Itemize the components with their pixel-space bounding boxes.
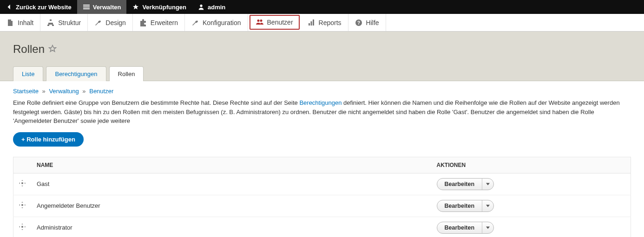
breadcrumb: Startseite » Verwaltung » Benutzer [13, 88, 631, 95]
bar-chart-icon [308, 19, 315, 26]
help-icon: ? [355, 19, 362, 26]
svg-text:?: ? [357, 20, 360, 26]
breadcrumb-admin[interactable]: Verwaltung [49, 88, 79, 95]
add-role-button[interactable]: + Rolle hinzufügen [13, 132, 84, 147]
shortcuts-button[interactable]: Verknüpfungen [126, 0, 192, 14]
dropdown-toggle[interactable] [482, 200, 493, 211]
table-row: Angemeldeter Benutzer Bearbeiten [13, 195, 631, 217]
shortcuts-label: Verknüpfungen [142, 4, 186, 11]
edit-dropbutton: Bearbeiten [437, 178, 494, 190]
menu-reports-label: Reports [319, 19, 342, 26]
manage-label: Verwalten [93, 4, 121, 11]
tab-permissions[interactable]: Berechtigungen [46, 66, 106, 81]
back-to-site-label: Zurück zur Website [16, 4, 72, 11]
table-row: Administrator Bearbeiten [13, 217, 631, 237]
menu-reports[interactable]: Reports [301, 14, 348, 31]
role-name: Gast [31, 173, 431, 195]
role-name: Angemeldeter Benutzer [31, 195, 431, 217]
col-name: NAME [31, 157, 431, 173]
top-toolbar: Zurück zur Website Verwalten Verknüpfung… [0, 0, 644, 14]
breadcrumb-sep: » [82, 88, 85, 95]
users-icon [256, 19, 263, 26]
page-title-text: Rollen [13, 43, 45, 56]
star-icon [132, 3, 139, 11]
table-row: Gast Bearbeiten [13, 173, 631, 195]
puzzle-icon [139, 19, 147, 26]
col-actions: AKTIONEN [431, 157, 631, 173]
page-title: Rollen [13, 43, 631, 56]
menu-config[interactable]: Konfiguration [185, 14, 248, 31]
drag-handle-icon[interactable] [13, 217, 32, 237]
tabs: Liste Berechtigungen Rollen [13, 66, 631, 81]
chevron-left-icon [6, 3, 13, 11]
tab-roles[interactable]: Rollen [109, 66, 144, 81]
edit-button[interactable]: Bearbeiten [437, 222, 483, 233]
edit-dropbutton: Bearbeiten [437, 222, 494, 234]
description: Eine Rolle definiert eine Gruppe von Ben… [13, 98, 631, 126]
admin-menu: Inhalt Struktur Design Erweitern Konfigu… [0, 14, 644, 32]
menu-users[interactable]: Benutzer [250, 15, 300, 30]
tab-list[interactable]: Liste [13, 66, 43, 81]
menu-help-label: Hilfe [366, 19, 379, 26]
page-header: Rollen Liste Berechtigungen Rollen [0, 32, 644, 81]
menu-users-label: Benutzer [267, 19, 293, 26]
role-name: Administrator [31, 217, 431, 237]
menu-design-label: Design [105, 19, 126, 26]
breadcrumb-users[interactable]: Benutzer [89, 88, 113, 95]
edit-button[interactable]: Bearbeiten [437, 179, 483, 190]
breadcrumb-sep: » [42, 88, 46, 95]
menu-design[interactable]: Design [88, 14, 133, 31]
sitemap-icon [47, 19, 54, 26]
menu-help[interactable]: ? Hilfe [348, 14, 386, 31]
menu-extend-label: Erweitern [151, 19, 178, 26]
user-menu-button[interactable]: admin [192, 0, 231, 14]
user-label: admin [208, 4, 225, 11]
menu-content-label: Inhalt [18, 19, 33, 26]
breadcrumb-home[interactable]: Startseite [13, 88, 39, 95]
drag-handle-icon[interactable] [13, 195, 32, 217]
edit-button[interactable]: Bearbeiten [437, 200, 483, 211]
content: Startseite » Verwaltung » Benutzer Eine … [0, 81, 644, 237]
menu-structure[interactable]: Struktur [40, 14, 88, 31]
document-icon [7, 19, 14, 26]
dropdown-toggle[interactable] [482, 222, 493, 233]
hamburger-icon [83, 3, 90, 11]
menu-config-label: Konfiguration [203, 19, 241, 26]
menu-structure-label: Struktur [58, 19, 81, 26]
dropdown-toggle[interactable] [482, 179, 493, 190]
back-to-site-button[interactable]: Zurück zur Website [0, 0, 77, 14]
tool-icon [191, 19, 199, 26]
drag-handle-icon[interactable] [13, 173, 32, 195]
edit-dropbutton: Bearbeiten [437, 200, 494, 212]
user-icon [197, 3, 205, 11]
manage-button[interactable]: Verwalten [77, 0, 127, 14]
favorite-star-icon[interactable] [48, 43, 57, 56]
desc-part1: Eine Rolle definiert eine Gruppe von Ben… [13, 99, 299, 106]
menu-extend[interactable]: Erweitern [133, 14, 185, 31]
wrench-icon [94, 19, 102, 26]
desc-permissions-link[interactable]: Berechtigungen [299, 99, 342, 106]
menu-content[interactable]: Inhalt [0, 14, 40, 31]
roles-table: NAME AKTIONEN Gast Bearbeiten [13, 157, 631, 237]
